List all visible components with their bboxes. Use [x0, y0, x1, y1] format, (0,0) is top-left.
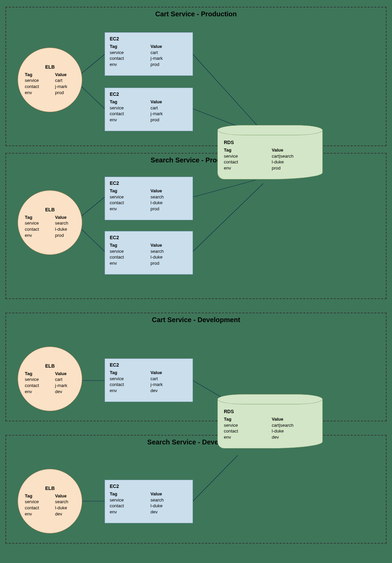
ec2-cart-prod-1: EC2 Tag Value servicecart contactj-mark … — [105, 32, 193, 76]
tag-table: Tag Value servicecart contactj-mark envd… — [25, 371, 82, 394]
group-title: Cart Service - Development — [6, 316, 386, 324]
node-title: EC2 — [110, 36, 188, 41]
tag-table: Tag Value servicecart contactj-mark envp… — [110, 43, 188, 67]
node-title: RDS — [224, 140, 316, 145]
node-title: EC2 — [110, 362, 188, 368]
ec2-search-dev: EC2 Tag Value servicesearch contactl-duk… — [105, 480, 193, 523]
rds-prod: RDS Tag Value servicecart|search contact… — [217, 125, 323, 179]
group-title: Search Service - Production — [6, 156, 386, 164]
tag-table: Tag Value servicesearch contactl-duke en… — [110, 188, 188, 212]
tag-table: Tag Value servicesearch contactl-duke en… — [25, 493, 82, 517]
node-title: EC2 — [110, 483, 188, 489]
group-title: Search Service - Development — [6, 438, 386, 446]
node-title: ELB — [18, 486, 82, 491]
node-title: RDS — [224, 409, 316, 414]
tag-table: Tag Value servicesearch contactl-duke en… — [25, 214, 82, 238]
ec2-search-prod-2: EC2 Tag Value servicesearch contactl-duk… — [105, 231, 193, 275]
elb-search-dev: ELB Tag Value servicesearch contactl-duk… — [18, 469, 82, 533]
tag-table: Tag Value servicecart contactj-mark envp… — [25, 72, 82, 95]
node-title: EC2 — [110, 235, 188, 240]
node-title: ELB — [18, 363, 82, 369]
node-title: EC2 — [110, 180, 188, 186]
elb-search-prod: ELB Tag Value servicesearch contactl-duk… — [18, 190, 82, 255]
database-icon — [217, 394, 323, 404]
database-icon — [217, 125, 323, 135]
tag-table: Tag Value servicesearch contactl-duke en… — [110, 491, 188, 515]
ec2-cart-dev: EC2 Tag Value servicecart contactj-mark … — [105, 358, 193, 402]
rds-dev: RDS Tag Value servicecart|search contact… — [217, 394, 323, 448]
group-title: Cart Service - Production — [6, 10, 386, 18]
elb-cart-prod: ELB Tag Value servicecart contactj-mark … — [18, 48, 82, 112]
tag-table: Tag Value servicecart|search contactl-du… — [224, 416, 316, 440]
tag-table: Tag Value servicesearch contactl-duke en… — [110, 242, 188, 266]
node-title: ELB — [18, 207, 82, 212]
tag-table: Tag Value servicecart|search contactl-du… — [224, 147, 316, 171]
ec2-cart-prod-2: EC2 Tag Value servicecart contactj-mark … — [105, 88, 193, 131]
ec2-search-prod-1: EC2 Tag Value servicesearch contactl-duk… — [105, 177, 193, 220]
tag-table: Tag Value servicecart contactj-mark envp… — [110, 99, 188, 123]
tag-table: Tag Value servicecart contactj-mark envd… — [110, 370, 188, 393]
elb-cart-dev: ELB Tag Value servicecart contactj-mark … — [18, 347, 82, 411]
node-title: ELB — [18, 64, 82, 70]
node-title: EC2 — [110, 91, 188, 97]
